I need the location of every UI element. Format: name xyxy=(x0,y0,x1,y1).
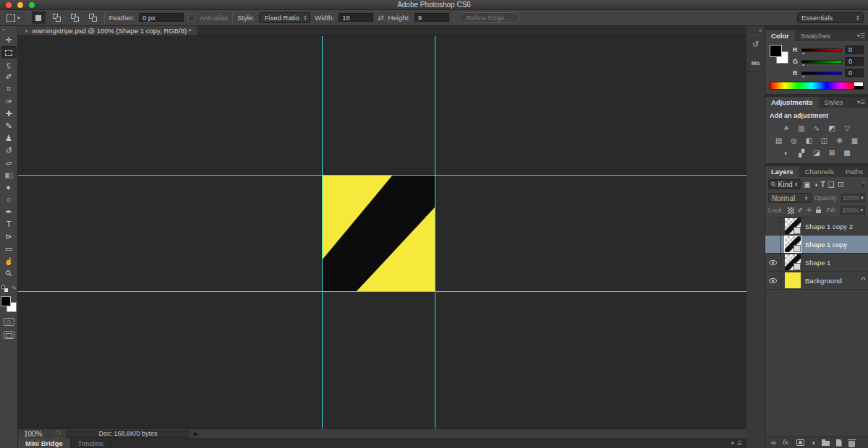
layer-visibility-toggle[interactable] xyxy=(765,254,781,271)
tab-color[interactable]: Color xyxy=(765,30,795,41)
filter-pixel-layers-icon[interactable]: ▣ xyxy=(804,181,810,189)
anti-alias-checkbox[interactable] xyxy=(188,14,195,22)
invert-icon[interactable]: ◐ xyxy=(781,148,792,158)
dodge-tool[interactable]: ○ xyxy=(1,194,17,206)
layer-row[interactable]: Shape 1 copy 2 xyxy=(765,217,868,236)
refine-edge-button[interactable]: Refine Edge… xyxy=(459,12,519,23)
swap-width-height-icon[interactable]: ⇄ xyxy=(378,14,383,22)
threshold-icon[interactable]: ◪ xyxy=(812,148,822,158)
dock-collapse-icon[interactable]: « xyxy=(756,26,765,35)
history-panel-button[interactable]: ↺ xyxy=(747,35,765,53)
canvas-artwork[interactable] xyxy=(322,175,435,291)
layer-row[interactable]: Background xyxy=(765,272,868,290)
tab-adjustments[interactable]: Adjustments xyxy=(765,97,819,108)
lock-transparency-icon[interactable] xyxy=(788,207,794,214)
guide-vertical[interactable] xyxy=(435,36,435,428)
exposure-icon[interactable]: ◩ xyxy=(827,124,838,133)
new-group-icon[interactable] xyxy=(822,441,830,446)
guide-vertical[interactable] xyxy=(322,36,323,428)
tab-layers[interactable]: Layers xyxy=(765,166,799,177)
link-layers-icon[interactable]: ∞ xyxy=(771,439,776,447)
lock-all-icon[interactable] xyxy=(816,210,821,213)
pen-tool[interactable]: ✒ xyxy=(1,206,17,218)
layer-thumbnail[interactable] xyxy=(785,218,801,234)
eraser-tool[interactable]: ▱ xyxy=(1,157,17,169)
spot-healing-brush-tool[interactable]: ✚ xyxy=(1,108,17,120)
crop-tool[interactable]: ⌗ xyxy=(1,83,17,95)
document-info[interactable]: Doc: 168.8K/0 bytes xyxy=(67,430,190,438)
eyedropper-tool[interactable]: ✑ xyxy=(1,95,17,108)
selective-color-icon[interactable]: ⊠ xyxy=(827,148,838,158)
layer-thumbnail[interactable] xyxy=(785,236,801,252)
layer-style-icon[interactable]: fx. xyxy=(783,439,790,446)
brightness-contrast-icon[interactable]: ☀ xyxy=(781,124,792,133)
opacity-field[interactable]: 100% ▾ xyxy=(841,194,865,202)
filter-type-layers-icon[interactable]: T xyxy=(821,181,825,189)
slider-thumb-icon[interactable]: ▲ xyxy=(801,62,805,66)
fill-field[interactable]: 100% ▾ xyxy=(840,206,865,215)
panel-expand-icon[interactable]: ▾ xyxy=(731,440,734,447)
layer-visibility-toggle[interactable] xyxy=(765,217,781,235)
tools-collapse-icon[interactable]: » xyxy=(0,26,7,34)
blend-mode-dropdown[interactable]: Normal xyxy=(768,193,812,203)
filter-adjustment-layers-icon[interactable]: ◑ xyxy=(814,181,818,189)
zoom-level[interactable]: 100% xyxy=(24,430,50,438)
layer-visibility-toggle[interactable] xyxy=(765,272,781,289)
type-tool[interactable]: T xyxy=(1,218,17,231)
swap-colors-icon[interactable]: ↷ xyxy=(12,285,17,292)
default-colors-control[interactable]: ↷ xyxy=(1,285,17,292)
red-slider[interactable]: ▲ xyxy=(801,48,842,52)
foreground-color-swatch[interactable] xyxy=(770,45,782,57)
vibrance-icon[interactable]: ▽ xyxy=(842,124,853,133)
foreground-color-swatch[interactable] xyxy=(1,296,11,306)
tool-preset-picker[interactable]: ▾ xyxy=(4,13,22,23)
quick-mask-button[interactable] xyxy=(4,318,14,326)
panel-menu-icon[interactable]: ☰ xyxy=(737,440,742,447)
filter-shape-layers-icon[interactable]: ❑ xyxy=(828,181,835,189)
tab-mini-bridge[interactable]: Mini Bridge xyxy=(18,438,71,448)
color-lookup-icon[interactable]: ▦ xyxy=(849,136,860,145)
curves-icon[interactable]: ∿ xyxy=(812,124,822,133)
feather-input[interactable] xyxy=(139,13,184,23)
screen-mode-button[interactable] xyxy=(4,331,14,339)
green-value[interactable]: 0 xyxy=(845,57,864,66)
rectangle-tool[interactable]: ▭ xyxy=(1,243,17,255)
history-brush-tool[interactable]: ↺ xyxy=(1,145,17,157)
add-layer-mask-icon[interactable] xyxy=(796,439,804,446)
status-flyout-arrow-icon[interactable]: ▶ xyxy=(194,431,198,437)
mini-bridge-panel-button[interactable]: Mb xyxy=(747,53,765,72)
green-slider[interactable]: ▲ xyxy=(801,60,842,64)
blur-tool[interactable]: ♠ xyxy=(1,181,17,194)
panel-menu-icon[interactable]: ▾☰ xyxy=(857,99,865,105)
width-input[interactable] xyxy=(339,13,373,23)
clone-stamp-tool[interactable]: ♟ xyxy=(1,132,17,145)
lock-paint-icon[interactable]: ✐ xyxy=(798,207,804,214)
lock-position-icon[interactable]: ✛ xyxy=(807,207,812,214)
new-layer-icon[interactable] xyxy=(836,439,842,447)
posterize-icon[interactable]: ▞ xyxy=(796,148,807,158)
levels-icon[interactable]: ▥ xyxy=(796,124,807,133)
filter-kind-dropdown[interactable]: ⚲ Kind xyxy=(768,179,801,189)
style-dropdown[interactable]: Fixed Ratio xyxy=(259,12,311,23)
color-balance-icon[interactable]: ◎ xyxy=(788,136,799,145)
canvas[interactable] xyxy=(18,36,746,428)
guide-horizontal[interactable] xyxy=(18,175,746,176)
tab-styles[interactable]: Styles xyxy=(819,97,849,108)
color-spectrum-ramp[interactable] xyxy=(770,82,864,90)
path-selection-tool[interactable]: ⊳ xyxy=(1,231,17,243)
tab-swatches[interactable]: Swatches xyxy=(795,30,836,41)
tab-timeline[interactable]: Timeline xyxy=(71,438,112,448)
filter-smart-objects-icon[interactable]: ⊡ xyxy=(838,181,843,189)
lasso-tool[interactable]: ϛ xyxy=(1,59,17,71)
blue-slider[interactable]: ▲ xyxy=(801,72,842,75)
red-value[interactable]: 0 xyxy=(845,46,864,54)
brush-tool[interactable]: ✎ xyxy=(1,120,17,132)
layer-thumbnail[interactable] xyxy=(785,272,801,288)
layer-thumbnail[interactable] xyxy=(785,254,801,270)
height-input[interactable] xyxy=(414,13,449,23)
black-white-icon[interactable]: ◧ xyxy=(804,136,814,145)
quick-selection-tool[interactable]: ✐ xyxy=(1,71,17,83)
gradient-map-icon[interactable]: ▩ xyxy=(842,148,853,158)
new-selection-mode-button[interactable] xyxy=(32,12,46,24)
panel-menu-icon[interactable]: ▾☰ xyxy=(857,33,865,39)
